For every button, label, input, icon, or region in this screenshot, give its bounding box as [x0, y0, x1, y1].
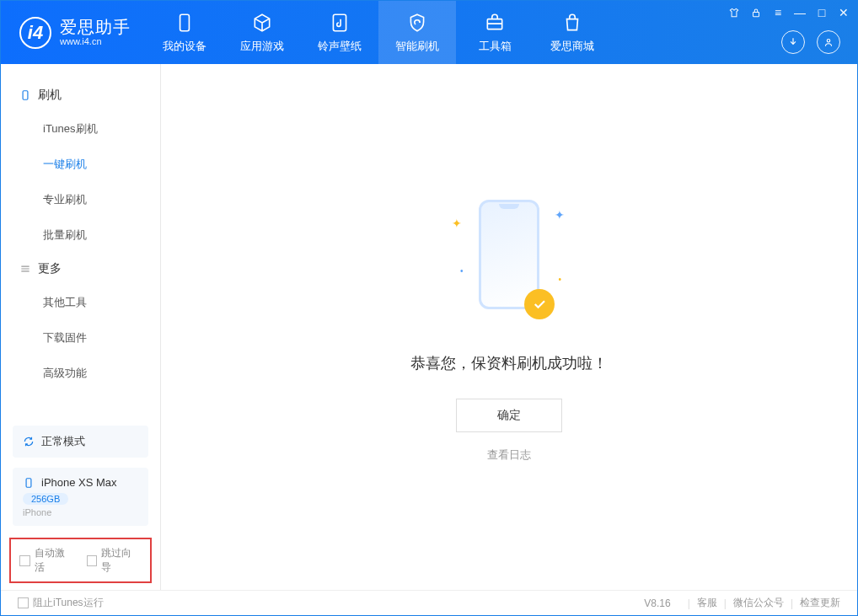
logo-subtitle: www.i4.cn: [60, 36, 131, 46]
success-message: 恭喜您，保资料刷机成功啦！: [410, 353, 608, 373]
tab-smart-flash[interactable]: 智能刷机: [378, 1, 456, 64]
list-icon: [19, 263, 31, 275]
svg-point-4: [827, 40, 830, 43]
sidebar-item-download-firmware[interactable]: 下载固件: [1, 320, 160, 356]
checkbox-auto-activate[interactable]: 自动激活: [19, 546, 75, 575]
sidebar-item-batch-flash[interactable]: 批量刷机: [1, 217, 160, 253]
refresh-shield-icon: [406, 12, 428, 34]
sidebar: 刷机 iTunes刷机 一键刷机 专业刷机 批量刷机 更多 其他工具 下载固件 …: [1, 64, 161, 590]
sidebar-section-more[interactable]: 更多: [1, 253, 160, 285]
sidebar-item-pro-flash[interactable]: 专业刷机: [1, 182, 160, 217]
sidebar-item-oneclick-flash[interactable]: 一键刷机: [1, 147, 160, 182]
version-label: V8.16: [644, 597, 670, 609]
svg-rect-0: [180, 14, 190, 31]
device-name: iPhone XS Max: [41, 476, 117, 489]
confirm-button[interactable]: 确定: [456, 399, 562, 432]
phone-small-icon: [23, 477, 35, 489]
tab-toolbox[interactable]: 工具箱: [456, 1, 534, 64]
minimize-button[interactable]: —: [793, 6, 807, 19]
download-icon[interactable]: [781, 30, 805, 54]
tab-my-device[interactable]: 我的设备: [146, 1, 223, 64]
sync-icon: [23, 436, 35, 447]
cube-icon: [251, 12, 273, 34]
view-log-link[interactable]: 查看日志: [487, 447, 531, 463]
svg-rect-6: [26, 478, 31, 487]
device-info-box[interactable]: iPhone XS Max 256GB iPhone: [13, 468, 148, 526]
shirt-icon[interactable]: [727, 6, 741, 19]
phone-icon: [174, 12, 196, 34]
checkbox-skip-guide[interactable]: 跳过向导: [87, 546, 142, 575]
nav-tabs: 我的设备 应用游戏 铃声壁纸 智能刷机 工具箱 爱思商城: [146, 1, 611, 64]
link-check-update[interactable]: 检查更新: [800, 596, 840, 610]
header-action-icons: [781, 30, 840, 54]
svg-rect-1: [333, 14, 346, 31]
tab-ringtone-wallpaper[interactable]: 铃声壁纸: [301, 1, 378, 64]
check-circle-icon: [524, 289, 555, 319]
menu-icon[interactable]: ≡: [771, 6, 785, 19]
link-service[interactable]: 客服: [697, 596, 717, 610]
device-icon: [19, 89, 31, 101]
sidebar-section-flash[interactable]: 刷机: [1, 79, 160, 111]
sidebar-item-itunes-flash[interactable]: iTunes刷机: [1, 111, 160, 147]
user-icon[interactable]: [817, 30, 840, 54]
maximize-button[interactable]: □: [815, 6, 829, 19]
link-wechat[interactable]: 微信公众号: [733, 596, 784, 610]
logo-icon: i4: [19, 17, 51, 49]
window-controls: ≡ — □ ✕: [727, 6, 850, 19]
logo[interactable]: i4 爱思助手 www.i4.cn: [1, 17, 146, 49]
success-illustration: ✦✦••: [458, 191, 560, 335]
mode-box[interactable]: 正常模式: [13, 426, 148, 458]
music-file-icon: [329, 12, 351, 34]
options-row: 自动激活 跳过向导: [9, 538, 152, 583]
lock-icon[interactable]: [749, 6, 763, 19]
storage-badge: 256GB: [23, 493, 68, 505]
toolbox-icon: [484, 12, 506, 34]
checkbox-block-itunes[interactable]: 阻止iTunes运行: [18, 596, 104, 610]
device-type: iPhone: [23, 507, 138, 517]
tab-apps-games[interactable]: 应用游戏: [223, 1, 301, 64]
header: i4 爱思助手 www.i4.cn 我的设备 应用游戏 铃声壁纸 智能刷机 工具…: [1, 1, 857, 64]
main-content: ✦✦•• 恭喜您，保资料刷机成功啦！ 确定 查看日志: [161, 64, 857, 590]
logo-title: 爱思助手: [60, 18, 131, 36]
footer: 阻止iTunes运行 V8.16 | 客服 | 微信公众号 | 检查更新: [1, 590, 857, 615]
svg-rect-3: [753, 12, 759, 16]
close-button[interactable]: ✕: [837, 6, 850, 19]
bag-icon: [561, 12, 583, 34]
tab-store[interactable]: 爱思商城: [534, 1, 611, 64]
sidebar-item-other-tools[interactable]: 其他工具: [1, 285, 160, 320]
sidebar-item-advanced[interactable]: 高级功能: [1, 356, 160, 391]
svg-rect-5: [23, 91, 28, 100]
